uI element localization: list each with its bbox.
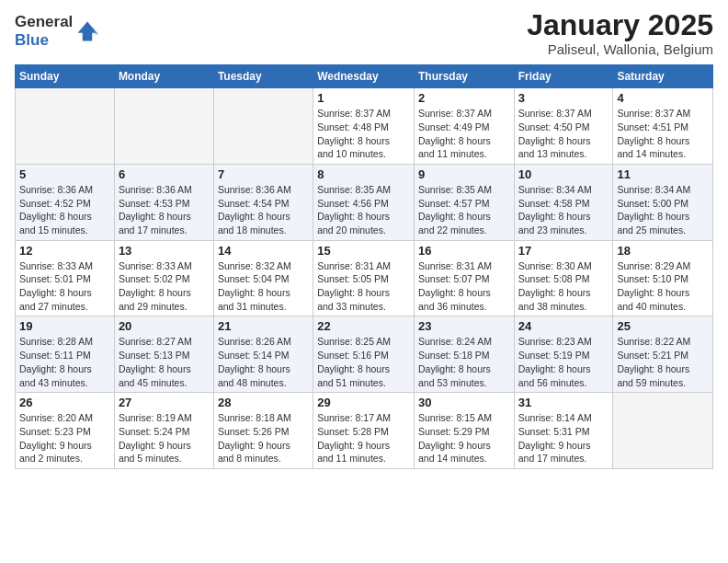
day-info: Sunrise: 8:29 AMSunset: 5:10 PMDaylight:… <box>617 259 709 314</box>
day-info: Sunrise: 8:23 AMSunset: 5:19 PMDaylight:… <box>518 335 609 389</box>
weekday-header-monday: Monday <box>114 65 213 88</box>
calendar-day-cell: 29Sunrise: 8:17 AMSunset: 5:28 PMDayligh… <box>313 393 415 469</box>
day-info: Sunrise: 8:26 AMSunset: 5:14 PMDaylight:… <box>218 335 309 389</box>
calendar-day-cell: 16Sunrise: 8:31 AMSunset: 5:07 PMDayligh… <box>414 240 514 316</box>
day-info: Sunrise: 8:35 AMSunset: 4:56 PMDaylight:… <box>317 183 410 237</box>
day-number: 6 <box>119 167 210 181</box>
day-number: 2 <box>418 91 510 105</box>
logo-general: General <box>15 13 73 31</box>
calendar-day-cell: 21Sunrise: 8:26 AMSunset: 5:14 PMDayligh… <box>213 316 313 393</box>
day-number: 17 <box>518 244 609 258</box>
day-info: Sunrise: 8:28 AMSunset: 5:11 PMDaylight:… <box>19 335 110 389</box>
day-info: Sunrise: 8:32 AMSunset: 5:04 PMDaylight:… <box>218 259 309 314</box>
calendar-subtitle: Paliseul, Wallonia, Belgium <box>527 41 713 57</box>
weekday-header-wednesday: Wednesday <box>313 65 415 88</box>
calendar-day-cell <box>16 88 115 165</box>
day-number: 28 <box>218 396 309 409</box>
day-number: 30 <box>418 396 510 409</box>
weekday-header-thursday: Thursday <box>414 65 514 88</box>
calendar-day-cell <box>613 393 713 469</box>
day-info: Sunrise: 8:24 AMSunset: 5:18 PMDaylight:… <box>418 335 510 389</box>
calendar-title: January 2025 <box>527 9 713 41</box>
day-number: 31 <box>518 396 609 409</box>
day-number: 24 <box>518 319 609 333</box>
day-info: Sunrise: 8:17 AMSunset: 5:28 PMDaylight:… <box>317 411 410 465</box>
calendar-day-cell <box>213 88 313 165</box>
weekday-header-row: SundayMondayTuesdayWednesdayThursdayFrid… <box>16 65 713 88</box>
day-number: 12 <box>19 244 110 258</box>
calendar-day-cell: 15Sunrise: 8:31 AMSunset: 5:05 PMDayligh… <box>313 240 415 316</box>
day-number: 20 <box>119 319 210 333</box>
weekday-header-sunday: Sunday <box>16 65 115 88</box>
day-number: 23 <box>418 319 510 333</box>
weekday-header-tuesday: Tuesday <box>213 65 313 88</box>
day-info: Sunrise: 8:33 AMSunset: 5:02 PMDaylight:… <box>119 259 210 314</box>
day-number: 13 <box>119 244 210 258</box>
day-info: Sunrise: 8:14 AMSunset: 5:31 PMDaylight:… <box>518 411 609 465</box>
calendar-day-cell: 27Sunrise: 8:19 AMSunset: 5:24 PMDayligh… <box>114 393 213 469</box>
calendar-week-row: 19Sunrise: 8:28 AMSunset: 5:11 PMDayligh… <box>16 316 713 393</box>
calendar-day-cell: 30Sunrise: 8:15 AMSunset: 5:29 PMDayligh… <box>414 393 514 469</box>
day-number: 25 <box>617 319 709 333</box>
calendar-day-cell: 23Sunrise: 8:24 AMSunset: 5:18 PMDayligh… <box>414 316 514 393</box>
calendar-day-cell: 6Sunrise: 8:36 AMSunset: 4:53 PMDaylight… <box>114 164 213 240</box>
calendar-day-cell: 3Sunrise: 8:37 AMSunset: 4:50 PMDaylight… <box>514 88 613 165</box>
calendar-day-cell: 1Sunrise: 8:37 AMSunset: 4:48 PMDaylight… <box>313 88 415 165</box>
day-info: Sunrise: 8:31 AMSunset: 5:07 PMDaylight:… <box>418 259 510 314</box>
day-info: Sunrise: 8:15 AMSunset: 5:29 PMDaylight:… <box>418 411 510 465</box>
calendar-week-row: 5Sunrise: 8:36 AMSunset: 4:52 PMDaylight… <box>16 164 713 240</box>
day-number: 7 <box>218 167 309 181</box>
day-info: Sunrise: 8:37 AMSunset: 4:51 PMDaylight:… <box>617 107 709 161</box>
calendar-day-cell: 20Sunrise: 8:27 AMSunset: 5:13 PMDayligh… <box>114 316 213 393</box>
day-number: 5 <box>19 167 110 181</box>
header: General Blue January 2025 Paliseul, Wall… <box>15 9 713 57</box>
calendar-week-row: 26Sunrise: 8:20 AMSunset: 5:23 PMDayligh… <box>16 393 713 469</box>
day-number: 11 <box>617 167 709 181</box>
day-number: 14 <box>218 244 309 258</box>
day-number: 27 <box>119 396 210 409</box>
day-number: 21 <box>218 319 309 333</box>
day-number: 1 <box>317 91 410 105</box>
calendar-day-cell: 19Sunrise: 8:28 AMSunset: 5:11 PMDayligh… <box>16 316 115 393</box>
day-info: Sunrise: 8:36 AMSunset: 4:52 PMDaylight:… <box>19 183 110 237</box>
day-info: Sunrise: 8:37 AMSunset: 4:48 PMDaylight:… <box>317 107 410 161</box>
day-info: Sunrise: 8:37 AMSunset: 4:50 PMDaylight:… <box>518 107 609 161</box>
day-number: 4 <box>617 91 709 105</box>
calendar-day-cell: 7Sunrise: 8:36 AMSunset: 4:54 PMDaylight… <box>213 164 313 240</box>
day-info: Sunrise: 8:31 AMSunset: 5:05 PMDaylight:… <box>317 259 410 314</box>
calendar-day-cell: 13Sunrise: 8:33 AMSunset: 5:02 PMDayligh… <box>114 240 213 316</box>
logo-text: General Blue <box>15 13 73 49</box>
day-info: Sunrise: 8:35 AMSunset: 4:57 PMDaylight:… <box>418 183 510 237</box>
logo-blue: Blue <box>15 31 73 50</box>
day-info: Sunrise: 8:20 AMSunset: 5:23 PMDaylight:… <box>19 411 110 465</box>
calendar-week-row: 12Sunrise: 8:33 AMSunset: 5:01 PMDayligh… <box>16 240 713 316</box>
day-number: 9 <box>418 167 510 181</box>
calendar-day-cell <box>114 88 213 165</box>
logo-icon <box>74 18 100 44</box>
page-container: General Blue January 2025 Paliseul, Wall… <box>0 0 728 478</box>
calendar-day-cell: 2Sunrise: 8:37 AMSunset: 4:49 PMDaylight… <box>414 88 514 165</box>
day-info: Sunrise: 8:36 AMSunset: 4:54 PMDaylight:… <box>218 183 309 237</box>
day-number: 8 <box>317 167 410 181</box>
calendar-day-cell: 31Sunrise: 8:14 AMSunset: 5:31 PMDayligh… <box>514 393 613 469</box>
calendar-day-cell: 28Sunrise: 8:18 AMSunset: 5:26 PMDayligh… <box>213 393 313 469</box>
calendar-day-cell: 18Sunrise: 8:29 AMSunset: 5:10 PMDayligh… <box>613 240 713 316</box>
day-info: Sunrise: 8:34 AMSunset: 4:58 PMDaylight:… <box>518 183 609 237</box>
logo: General Blue <box>15 13 100 49</box>
day-info: Sunrise: 8:34 AMSunset: 5:00 PMDaylight:… <box>617 183 709 237</box>
weekday-header-friday: Friday <box>514 65 613 88</box>
calendar-day-cell: 8Sunrise: 8:35 AMSunset: 4:56 PMDaylight… <box>313 164 415 240</box>
calendar-day-cell: 5Sunrise: 8:36 AMSunset: 4:52 PMDaylight… <box>16 164 115 240</box>
day-number: 26 <box>19 396 110 409</box>
day-info: Sunrise: 8:37 AMSunset: 4:49 PMDaylight:… <box>418 107 510 161</box>
day-info: Sunrise: 8:36 AMSunset: 4:53 PMDaylight:… <box>119 183 210 237</box>
calendar-day-cell: 12Sunrise: 8:33 AMSunset: 5:01 PMDayligh… <box>16 240 115 316</box>
day-number: 19 <box>19 319 110 333</box>
day-info: Sunrise: 8:18 AMSunset: 5:26 PMDaylight:… <box>218 411 309 465</box>
day-number: 29 <box>317 396 410 409</box>
svg-marker-0 <box>78 21 97 40</box>
calendar-week-row: 1Sunrise: 8:37 AMSunset: 4:48 PMDaylight… <box>16 88 713 165</box>
day-info: Sunrise: 8:19 AMSunset: 5:24 PMDaylight:… <box>119 411 210 465</box>
calendar-day-cell: 14Sunrise: 8:32 AMSunset: 5:04 PMDayligh… <box>213 240 313 316</box>
weekday-header-saturday: Saturday <box>613 65 713 88</box>
